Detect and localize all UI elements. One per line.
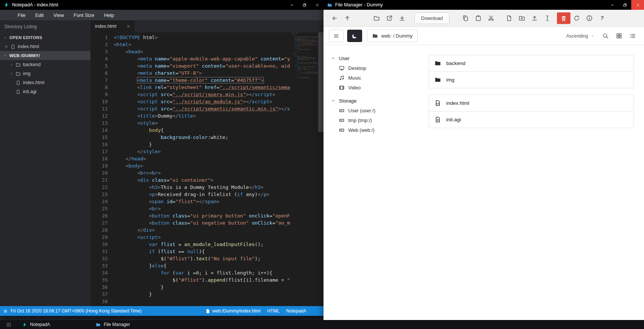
new-file-icon <box>506 15 512 21</box>
menu-button[interactable] <box>329 30 344 42</box>
tab-close-icon[interactable] <box>126 24 130 28</box>
close-icon[interactable] <box>5 45 8 48</box>
tree-item[interactable]: img <box>0 69 90 78</box>
file-row[interactable]: index.html <box>429 95 634 112</box>
file-icon <box>435 116 441 123</box>
line-number: 10 <box>90 98 108 105</box>
menu-item[interactable]: Font Size <box>69 10 99 20</box>
info-button[interactable] <box>583 12 596 25</box>
code-text: if (flist == null){ <box>108 248 205 255</box>
folder-icon <box>435 77 441 83</box>
minimap[interactable]: 1 <!DOCTYPE html> 2 <html> 3 < <box>290 32 318 306</box>
list-view-button[interactable] <box>626 30 639 42</box>
code-line: 20 <br><br> <box>90 169 290 177</box>
search-button[interactable] <box>599 30 612 42</box>
sidebar-item-label: Desktop <box>348 65 366 71</box>
scrollbar-thumb[interactable] <box>318 32 324 132</box>
tab-label: index.html <box>95 24 123 29</box>
chevron-right-icon <box>10 72 14 75</box>
copy-button[interactable] <box>459 12 472 25</box>
open-group: Download <box>370 12 450 25</box>
open-editors-section[interactable]: OPEN EDITORS <box>0 33 90 42</box>
open-button[interactable] <box>370 12 383 25</box>
tab-index-html[interactable]: index.html <box>90 20 135 32</box>
code-text: }else{ <box>108 262 167 269</box>
paste-button[interactable] <box>472 12 485 25</box>
restore-button[interactable] <box>618 0 631 10</box>
sidebar-item[interactable]: User (user:/) <box>331 106 417 115</box>
sidebar-group-header[interactable]: User <box>331 53 417 63</box>
code-text: } <box>108 291 152 298</box>
sidebar-item[interactable]: Desktop <box>331 63 417 73</box>
help-button[interactable]: ? <box>596 12 609 25</box>
code-editor[interactable]: 1 <!DOCTYPE html> 2 <html> 3 < <box>90 32 324 306</box>
refresh-button[interactable] <box>570 12 583 25</box>
taskbar-item-notepada[interactable]: NotepadA <box>17 320 55 329</box>
open-in-new-button[interactable] <box>383 12 396 25</box>
file-row[interactable]: init.agi <box>429 111 634 128</box>
code-text: </head> <box>108 155 146 162</box>
rename-button[interactable] <box>541 12 554 25</box>
line-number: 33 <box>90 262 108 269</box>
taskbar: NotepadA File Manager <box>0 320 644 329</box>
code-line: 8 <link rel="stylesheet" href="../script… <box>90 84 290 91</box>
code-line: 17 </style> <box>90 148 290 155</box>
file-row[interactable]: backend <box>429 55 634 72</box>
minimize-button[interactable] <box>285 0 298 10</box>
tree-item[interactable]: backend <box>0 60 90 69</box>
workspace-root[interactable]: WEB:/DUMMY/ <box>0 51 90 60</box>
file-manager-titlebar: File Manager - Dummy <box>324 0 644 10</box>
menu-item[interactable]: Edit <box>30 10 48 20</box>
file-row[interactable]: img <box>429 71 634 88</box>
apps-grid-icon <box>6 322 11 327</box>
close-button[interactable] <box>311 0 324 10</box>
search-icon <box>602 33 609 39</box>
new-file-button[interactable] <box>503 12 516 25</box>
app-launcher-button[interactable] <box>0 320 17 329</box>
sidebar-item[interactable]: tmp (tmp:/) <box>331 115 417 125</box>
minimize-button[interactable] <box>606 0 618 10</box>
breadcrumb[interactable]: web: / Dummy <box>367 30 418 42</box>
line-number: 13 <box>90 119 108 127</box>
file-name: index.html <box>446 100 469 106</box>
tree-item[interactable]: index.html <box>0 78 90 87</box>
tree-item[interactable]: init.agi <box>0 87 90 96</box>
new-folder-button[interactable] <box>516 12 528 25</box>
sidebar-group-header[interactable]: Storage <box>331 96 417 106</box>
delete-button[interactable] <box>557 12 570 24</box>
download-icon-button[interactable] <box>396 12 408 25</box>
sidebar-item-label: Music <box>348 75 361 81</box>
dark-mode-toggle[interactable] <box>347 30 362 42</box>
code-line: 36 } <box>90 284 290 291</box>
menu-item[interactable]: Help <box>99 10 119 20</box>
status-language[interactable]: HTML <box>267 308 280 314</box>
sidebar-item[interactable]: Music <box>331 73 417 83</box>
sidebar-item-label: Web (web:/) <box>348 127 375 133</box>
taskbar-item-file-manager[interactable]: File Manager <box>91 320 135 329</box>
drive-icon <box>339 108 345 113</box>
menu-item[interactable]: View <box>48 10 69 20</box>
up-button[interactable] <box>341 12 354 25</box>
code-line: 3 <head> <box>90 48 290 55</box>
code-text: <style> <box>108 119 158 127</box>
cut-button[interactable] <box>485 12 498 25</box>
sidebar-item[interactable]: Web (web:/) <box>331 125 417 135</box>
close-button[interactable] <box>631 0 644 10</box>
sort-dropdown[interactable]: Ascending <box>566 33 594 39</box>
chevron-right-icon <box>10 63 14 66</box>
back-button[interactable] <box>328 12 341 25</box>
back-icon <box>331 15 338 21</box>
grid-view-button[interactable] <box>612 30 625 42</box>
scrollbar[interactable] <box>318 32 324 306</box>
sidebar-item[interactable]: Video <box>331 83 417 92</box>
line-number: 5 <box>90 62 108 69</box>
download-button[interactable]: Download <box>414 12 450 24</box>
upload-button[interactable] <box>528 12 541 25</box>
open-editor-item[interactable]: index.html <box>0 42 90 51</box>
file-manager-logo-icon <box>327 3 332 8</box>
code-text: <br><br> <box>108 169 161 177</box>
menu-item[interactable]: File <box>13 10 30 20</box>
restore-button[interactable] <box>298 0 311 10</box>
open-folder-icon <box>373 15 380 21</box>
code-text: <script> <box>108 234 161 241</box>
